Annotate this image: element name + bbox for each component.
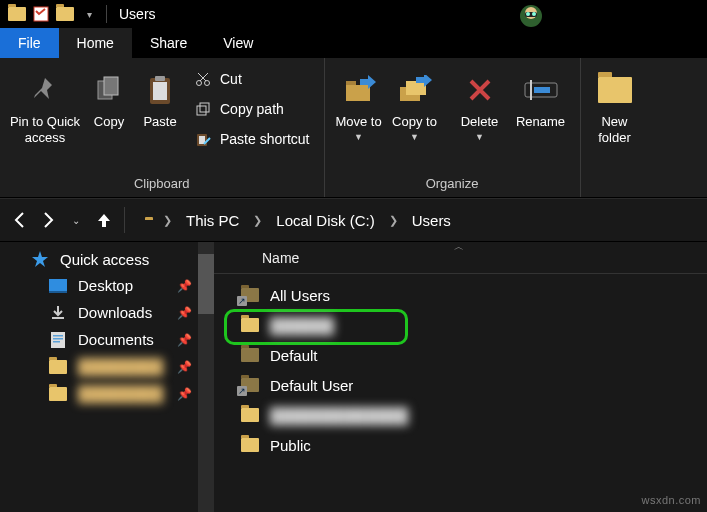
up-button[interactable] xyxy=(90,206,118,234)
tab-share[interactable]: Share xyxy=(132,28,205,58)
scissors-icon xyxy=(194,71,212,87)
new-folder-icon xyxy=(598,66,632,114)
avatar-image xyxy=(515,0,547,32)
documents-icon xyxy=(48,332,68,348)
breadcrumb-local-disk[interactable]: Local Disk (C:) xyxy=(276,212,374,229)
watermark: wsxdn.com xyxy=(641,494,701,506)
organize-group-label: Organize xyxy=(331,174,574,195)
address-bar[interactable]: ❯ This PC ❯ Local Disk (C:) ❯ Users xyxy=(139,205,701,235)
copy-to-button[interactable]: Copy to ▼ xyxy=(387,62,443,142)
file-row-public[interactable]: Public xyxy=(214,430,707,460)
qat-properties-icon[interactable] xyxy=(30,3,52,25)
svg-rect-7 xyxy=(104,77,118,95)
file-row-redacted[interactable]: █████████████ xyxy=(214,400,707,430)
paste-shortcut-icon xyxy=(194,131,212,147)
folder-icon xyxy=(240,438,260,452)
delete-button[interactable]: Delete ▼ xyxy=(452,62,508,142)
clipboard-group-label: Clipboard xyxy=(6,174,318,195)
scrollbar-thumb[interactable] xyxy=(198,254,214,314)
sidebar-item-downloads[interactable]: Downloads 📌 xyxy=(0,299,214,326)
svg-rect-20 xyxy=(406,81,426,95)
file-list-pane: Name ︿ All Users ██████ Default Default … xyxy=(214,242,707,512)
navigation-pane: Quick access Desktop 📌 Downloads 📌 Docum… xyxy=(0,242,214,512)
chevron-right-icon[interactable]: ❯ xyxy=(163,214,172,227)
cut-label: Cut xyxy=(220,71,242,87)
svg-rect-17 xyxy=(346,85,370,101)
svg-point-5 xyxy=(532,12,536,16)
svg-rect-10 xyxy=(155,76,165,81)
svg-point-11 xyxy=(197,81,202,86)
chevron-right-icon[interactable]: ❯ xyxy=(389,214,398,227)
folder-icon xyxy=(240,408,260,422)
new-folder-label: New folder xyxy=(587,114,643,145)
tab-home[interactable]: Home xyxy=(59,28,132,58)
titlebar: ▾ Users xyxy=(0,0,707,28)
sidebar-scrollbar[interactable] xyxy=(198,242,214,512)
file-name: Default User xyxy=(270,377,353,394)
folder-icon xyxy=(48,387,68,401)
copy-label: Copy xyxy=(94,114,124,130)
copy-path-button[interactable]: Copy path xyxy=(186,94,318,124)
delete-label: Delete xyxy=(461,114,499,130)
qat-newfolder-icon[interactable] xyxy=(54,3,76,25)
svg-rect-29 xyxy=(53,338,63,340)
paste-shortcut-button[interactable]: Paste shortcut xyxy=(186,124,318,154)
paste-shortcut-label: Paste shortcut xyxy=(220,131,310,147)
sidebar-item-desktop[interactable]: Desktop 📌 xyxy=(0,272,214,299)
nav-separator xyxy=(124,207,125,233)
breadcrumb-users[interactable]: Users xyxy=(412,212,451,229)
explorer-body: Quick access Desktop 📌 Downloads 📌 Docum… xyxy=(0,242,707,512)
file-row-default[interactable]: Default xyxy=(214,340,707,370)
breadcrumb-this-pc[interactable]: This PC xyxy=(186,212,239,229)
ribbon: Pin to Quick access Copy Paste xyxy=(0,58,707,198)
rename-button[interactable]: Rename xyxy=(508,62,574,130)
folder-shortcut-icon xyxy=(240,378,260,392)
sidebar-item-label: Desktop xyxy=(78,277,133,294)
sidebar-item-documents[interactable]: Documents 📌 xyxy=(0,326,214,353)
sidebar-item-pinned-folder[interactable]: ████████ 📌 xyxy=(0,353,214,380)
forward-button[interactable] xyxy=(34,206,62,234)
file-row-all-users[interactable]: All Users xyxy=(214,280,707,310)
copy-to-icon xyxy=(398,66,432,114)
paste-button[interactable]: Paste xyxy=(134,62,186,130)
qat-customize-caret[interactable]: ▾ xyxy=(78,3,100,25)
pin-icon: 📌 xyxy=(177,360,192,374)
new-folder-button[interactable]: New folder xyxy=(587,62,643,145)
move-to-button[interactable]: Move to ▼ xyxy=(331,62,387,142)
chevron-down-icon: ▼ xyxy=(475,132,484,143)
qat-folder-icon[interactable] xyxy=(6,3,28,25)
paste-label: Paste xyxy=(143,114,176,130)
svg-rect-18 xyxy=(346,81,356,85)
svg-point-4 xyxy=(526,12,530,16)
file-row-default-user[interactable]: Default User xyxy=(214,370,707,400)
cut-button[interactable]: Cut xyxy=(186,64,318,94)
pin-label: Pin to Quick access xyxy=(6,114,84,145)
tab-file[interactable]: File xyxy=(0,28,59,58)
pin-to-quick-access-button[interactable]: Pin to Quick access xyxy=(6,62,84,145)
file-row-user-redacted[interactable]: ██████ xyxy=(214,310,707,340)
pin-icon xyxy=(30,66,60,114)
star-icon xyxy=(30,250,50,268)
navigation-bar: ⌄ ❯ This PC ❯ Local Disk (C:) ❯ Users xyxy=(0,198,707,242)
sidebar-item-pinned-folder[interactable]: ████████ 📌 xyxy=(0,380,214,407)
back-button[interactable] xyxy=(6,206,34,234)
ribbon-group-new: New folder xyxy=(581,58,649,197)
copy-button[interactable]: Copy xyxy=(84,62,134,130)
file-list: All Users ██████ Default Default User ██… xyxy=(214,274,707,460)
column-header-name[interactable]: Name ︿ xyxy=(214,242,707,274)
folder-icon xyxy=(48,360,68,374)
folder-icon xyxy=(240,348,260,362)
downloads-icon xyxy=(48,305,68,321)
svg-rect-26 xyxy=(52,317,64,319)
recent-locations-button[interactable]: ⌄ xyxy=(62,206,90,234)
pin-icon: 📌 xyxy=(177,306,192,320)
tab-view[interactable]: View xyxy=(205,28,271,58)
pin-icon: 📌 xyxy=(177,333,192,347)
svg-point-12 xyxy=(205,81,210,86)
ribbon-group-clipboard: Pin to Quick access Copy Paste xyxy=(0,58,325,197)
folder-icon xyxy=(240,318,260,332)
svg-rect-30 xyxy=(53,341,60,343)
sidebar-quick-access[interactable]: Quick access xyxy=(0,242,214,272)
chevron-right-icon[interactable]: ❯ xyxy=(253,214,262,227)
file-name: Default xyxy=(270,347,318,364)
